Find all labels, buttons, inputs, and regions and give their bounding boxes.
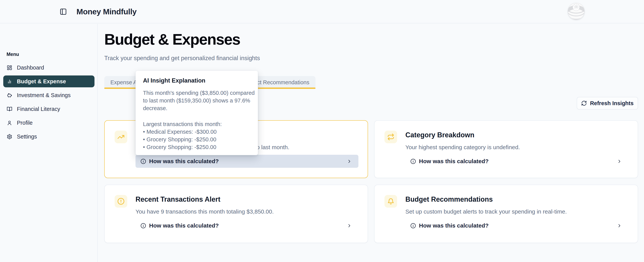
piggy-bank-icon	[7, 92, 12, 98]
user-icon	[7, 120, 12, 126]
bar-chart-icon	[7, 79, 12, 84]
how-calculated-button[interactable]: How was this calculated?	[406, 155, 628, 168]
how-calculated-button[interactable]: How was this calculated?	[136, 219, 358, 232]
sidebar-toggle-button[interactable]	[58, 6, 68, 17]
card-title: Recent Transactions Alert	[136, 195, 220, 203]
card-description: You have 9 transactions this month total…	[136, 208, 274, 215]
insight-card-budget-recommendations: Budget Recommendations Set up custom bud…	[374, 185, 638, 243]
tooltip-list-item: • Medical Expenses: -$300.00	[143, 128, 254, 136]
sidebar: Menu Dashboard Budget & Expense Investme…	[0, 24, 98, 262]
how-calculated-label: How was this calculated?	[149, 158, 219, 165]
info-icon	[410, 159, 416, 164]
insight-card-recent-transactions: Recent Transactions Alert You have 9 tra…	[104, 185, 368, 243]
sidebar-item-settings[interactable]: Settings	[3, 131, 94, 143]
tooltip-spacer	[143, 112, 254, 120]
repeat-icon	[384, 131, 397, 143]
sidebar-item-label: Dashboard	[17, 64, 44, 71]
refresh-insights-label: Refresh Insights	[590, 100, 634, 106]
sidebar-item-label: Profile	[17, 120, 32, 126]
how-calculated-button[interactable]: How was this calculated?	[136, 155, 358, 168]
sidebar-item-profile[interactable]: Profile	[3, 117, 94, 129]
chevron-right-icon	[347, 223, 352, 228]
how-calculated-label: How was this calculated?	[419, 222, 488, 229]
tooltip-paragraph-line: This month's spending ($3,850.00) compar…	[143, 89, 254, 97]
trending-up-icon	[114, 131, 127, 143]
sidebar-item-label: Settings	[17, 133, 37, 140]
sidebar-item-label: Budget & Expense	[17, 78, 66, 85]
gear-icon	[7, 134, 12, 139]
tooltip-paragraph-line: decrease.	[143, 104, 254, 112]
book-open-icon	[7, 106, 12, 112]
layout-dashboard-icon	[7, 65, 12, 70]
avatar[interactable]	[568, 3, 584, 20]
sidebar-nav: Dashboard Budget & Expense Investment & …	[3, 62, 94, 143]
card-title: Budget Recommendations	[406, 195, 493, 203]
ai-insight-tooltip: AI Insight Explanation This month's spen…	[136, 71, 258, 155]
page-title: Budget & Expenses	[104, 31, 240, 48]
sidebar-item-dashboard[interactable]: Dashboard	[3, 62, 94, 73]
tooltip-list-intro: Largest transactions this month:	[143, 120, 254, 128]
card-description: Set up custom budget alerts to track you…	[406, 208, 567, 215]
sidebar-item-label: Financial Literacy	[17, 106, 60, 112]
card-title: Category Breakdown	[406, 131, 474, 139]
app-title: Money Mindfully	[76, 0, 137, 23]
bell-icon	[384, 195, 397, 208]
how-calculated-button[interactable]: How was this calculated?	[406, 219, 628, 232]
page-subtitle: Track your spending and get personalized…	[104, 55, 260, 62]
chevron-right-icon	[617, 223, 622, 228]
refresh-icon	[581, 100, 587, 106]
sidebar-section-label: Menu	[6, 51, 19, 57]
info-icon	[140, 223, 146, 229]
chevron-right-icon	[347, 159, 352, 164]
how-calculated-label: How was this calculated?	[149, 222, 219, 229]
tooltip-list-item: • Grocery Shopping: -$250.00	[143, 136, 254, 143]
tooltip-title: AI Insight Explanation	[143, 77, 254, 84]
insight-card-category-breakdown: Category Breakdown Your highest spending…	[374, 120, 638, 178]
how-calculated-label: How was this calculated?	[419, 158, 488, 165]
sidebar-item-budget-expense[interactable]: Budget & Expense	[3, 75, 94, 87]
card-description: Your highest spending category is undefi…	[406, 144, 520, 151]
info-icon	[410, 223, 416, 229]
sidebar-item-label: Investment & Savings	[17, 92, 70, 98]
panel-left-icon	[60, 8, 67, 15]
refresh-insights-button[interactable]: Refresh Insights	[577, 97, 638, 110]
info-icon	[140, 159, 146, 164]
tooltip-paragraph-line: to last month ($159,350.00) shows a 97.6…	[143, 97, 254, 104]
alert-circle-icon	[114, 195, 127, 208]
tooltip-list-item: • Grocery Shopping: -$250.00	[143, 143, 254, 151]
sidebar-item-investment-savings[interactable]: Investment & Savings	[3, 89, 94, 101]
sidebar-item-financial-literacy[interactable]: Financial Literacy	[3, 103, 94, 115]
chevron-right-icon	[617, 159, 622, 164]
app-header: Money Mindfully	[0, 0, 644, 23]
